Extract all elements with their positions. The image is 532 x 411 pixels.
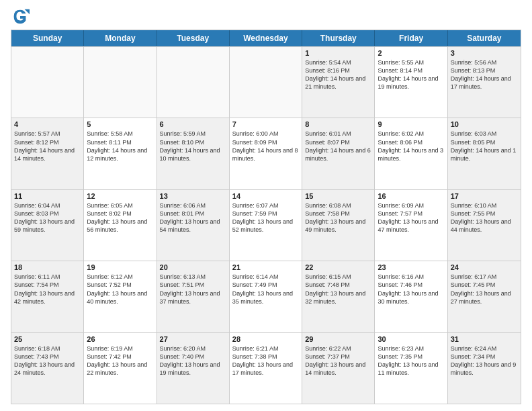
- day-number: 14: [232, 192, 299, 200]
- cell-info: Sunrise: 5:56 AMSunset: 8:13 PMDaylight:…: [451, 58, 518, 91]
- day-number: 10: [451, 120, 518, 128]
- day-header-monday: Monday: [84, 30, 157, 46]
- calendar-week-1: 1Sunrise: 5:54 AMSunset: 8:16 PMDaylight…: [11, 46, 521, 118]
- day-number: 3: [451, 49, 518, 57]
- day-number: 12: [87, 192, 153, 200]
- cell-info: Sunrise: 5:57 AMSunset: 8:12 PMDaylight:…: [14, 130, 81, 163]
- cell-info: Sunrise: 6:04 AMSunset: 8:03 PMDaylight:…: [14, 201, 81, 234]
- calendar-cell: 9Sunrise: 6:02 AMSunset: 8:06 PMDaylight…: [375, 118, 447, 189]
- cell-info: Sunrise: 6:16 AMSunset: 7:46 PMDaylight:…: [378, 273, 444, 306]
- day-number: 27: [160, 335, 226, 343]
- cell-info: Sunrise: 6:21 AMSunset: 7:38 PMDaylight:…: [232, 345, 299, 377]
- day-number: 31: [451, 335, 518, 343]
- calendar-cell: 23Sunrise: 6:16 AMSunset: 7:46 PMDayligh…: [375, 261, 447, 332]
- cell-info: Sunrise: 6:24 AMSunset: 7:34 PMDaylight:…: [451, 345, 518, 377]
- day-number: 5: [87, 120, 153, 128]
- day-header-friday: Friday: [375, 30, 447, 46]
- calendar-header: SundayMondayTuesdayWednesdayThursdayFrid…: [11, 30, 521, 46]
- cell-info: Sunrise: 5:58 AMSunset: 8:11 PMDaylight:…: [87, 130, 153, 163]
- calendar-cell: 1Sunrise: 5:54 AMSunset: 8:16 PMDaylight…: [302, 47, 375, 118]
- day-number: 16: [378, 192, 444, 200]
- calendar-cell: 2Sunrise: 5:55 AMSunset: 8:14 PMDaylight…: [375, 47, 447, 118]
- day-number: 20: [160, 263, 226, 271]
- calendar-cell: 26Sunrise: 6:19 AMSunset: 7:42 PMDayligh…: [84, 333, 157, 404]
- cell-info: Sunrise: 6:14 AMSunset: 7:49 PMDaylight:…: [232, 273, 299, 306]
- day-number: 1: [305, 49, 371, 57]
- day-number: 9: [378, 120, 444, 128]
- cell-info: Sunrise: 6:13 AMSunset: 7:51 PMDaylight:…: [160, 273, 226, 306]
- day-number: 13: [160, 192, 226, 200]
- day-number: 25: [14, 335, 81, 343]
- day-number: 24: [451, 263, 518, 271]
- cell-info: Sunrise: 6:12 AMSunset: 7:52 PMDaylight:…: [87, 273, 153, 306]
- day-number: 18: [14, 263, 81, 271]
- cell-info: Sunrise: 6:01 AMSunset: 8:07 PMDaylight:…: [305, 130, 371, 163]
- calendar-cell: 17Sunrise: 6:10 AMSunset: 7:55 PMDayligh…: [448, 190, 521, 261]
- cell-info: Sunrise: 5:55 AMSunset: 8:14 PMDaylight:…: [378, 58, 444, 91]
- calendar-week-3: 11Sunrise: 6:04 AMSunset: 8:03 PMDayligh…: [11, 189, 521, 261]
- cell-info: Sunrise: 6:02 AMSunset: 8:06 PMDaylight:…: [378, 130, 444, 163]
- day-number: 30: [378, 335, 444, 343]
- calendar-cell: 3Sunrise: 5:56 AMSunset: 8:13 PMDaylight…: [448, 47, 521, 118]
- calendar-cell: [11, 47, 84, 118]
- day-number: 22: [305, 263, 371, 271]
- calendar-cell: 29Sunrise: 6:22 AMSunset: 7:37 PMDayligh…: [302, 333, 375, 404]
- calendar-cell: 15Sunrise: 6:08 AMSunset: 7:58 PMDayligh…: [302, 190, 375, 261]
- cell-info: Sunrise: 6:06 AMSunset: 8:01 PMDaylight:…: [160, 201, 226, 234]
- day-number: 21: [232, 263, 299, 271]
- calendar-cell: 4Sunrise: 5:57 AMSunset: 8:12 PMDaylight…: [11, 118, 84, 189]
- cell-info: Sunrise: 6:00 AMSunset: 8:09 PMDaylight:…: [232, 130, 299, 163]
- day-number: 23: [378, 263, 444, 271]
- calendar-cell: 19Sunrise: 6:12 AMSunset: 7:52 PMDayligh…: [84, 261, 157, 332]
- calendar-cell: 20Sunrise: 6:13 AMSunset: 7:51 PMDayligh…: [157, 261, 230, 332]
- day-number: 6: [160, 120, 226, 128]
- logo: [11, 7, 32, 26]
- calendar-cell: 13Sunrise: 6:06 AMSunset: 8:01 PMDayligh…: [157, 190, 230, 261]
- calendar-week-4: 18Sunrise: 6:11 AMSunset: 7:54 PMDayligh…: [11, 261, 521, 332]
- day-header-tuesday: Tuesday: [157, 30, 230, 46]
- calendar-cell: [84, 47, 157, 118]
- calendar-cell: 10Sunrise: 6:03 AMSunset: 8:05 PMDayligh…: [448, 118, 521, 189]
- cell-info: Sunrise: 6:10 AMSunset: 7:55 PMDaylight:…: [451, 201, 518, 234]
- calendar-cell: 8Sunrise: 6:01 AMSunset: 8:07 PMDaylight…: [302, 118, 375, 189]
- day-header-saturday: Saturday: [448, 30, 521, 46]
- day-number: 17: [451, 192, 518, 200]
- calendar-body: 1Sunrise: 5:54 AMSunset: 8:16 PMDaylight…: [11, 46, 521, 404]
- day-number: 8: [305, 120, 371, 128]
- day-header-wednesday: Wednesday: [230, 30, 302, 46]
- calendar-cell: 22Sunrise: 6:15 AMSunset: 7:48 PMDayligh…: [302, 261, 375, 332]
- calendar-cell: 6Sunrise: 5:59 AMSunset: 8:10 PMDaylight…: [157, 118, 230, 189]
- cell-info: Sunrise: 6:18 AMSunset: 7:43 PMDaylight:…: [14, 345, 81, 377]
- cell-info: Sunrise: 6:19 AMSunset: 7:42 PMDaylight:…: [87, 345, 153, 377]
- cell-info: Sunrise: 6:09 AMSunset: 7:57 PMDaylight:…: [378, 201, 444, 234]
- calendar-cell: 7Sunrise: 6:00 AMSunset: 8:09 PMDaylight…: [230, 118, 302, 189]
- cell-info: Sunrise: 5:54 AMSunset: 8:16 PMDaylight:…: [305, 58, 371, 91]
- day-number: 26: [87, 335, 153, 343]
- day-number: 11: [14, 192, 81, 200]
- logo-icon: [11, 7, 30, 26]
- day-number: 19: [87, 263, 153, 271]
- calendar-cell: 24Sunrise: 6:17 AMSunset: 7:45 PMDayligh…: [448, 261, 521, 332]
- calendar: SundayMondayTuesdayWednesdayThursdayFrid…: [11, 30, 521, 404]
- cell-info: Sunrise: 6:11 AMSunset: 7:54 PMDaylight:…: [14, 273, 81, 306]
- day-number: 2: [378, 49, 444, 57]
- cell-info: Sunrise: 6:08 AMSunset: 7:58 PMDaylight:…: [305, 201, 371, 234]
- day-number: 28: [232, 335, 299, 343]
- cell-info: Sunrise: 5:59 AMSunset: 8:10 PMDaylight:…: [160, 130, 226, 163]
- calendar-cell: 18Sunrise: 6:11 AMSunset: 7:54 PMDayligh…: [11, 261, 84, 332]
- cell-info: Sunrise: 6:17 AMSunset: 7:45 PMDaylight:…: [451, 273, 518, 306]
- cell-info: Sunrise: 6:22 AMSunset: 7:37 PMDaylight:…: [305, 345, 371, 377]
- calendar-cell: 25Sunrise: 6:18 AMSunset: 7:43 PMDayligh…: [11, 333, 84, 404]
- calendar-cell: 12Sunrise: 6:05 AMSunset: 8:02 PMDayligh…: [84, 190, 157, 261]
- calendar-week-5: 25Sunrise: 6:18 AMSunset: 7:43 PMDayligh…: [11, 332, 521, 404]
- day-header-sunday: Sunday: [11, 30, 84, 46]
- day-number: 15: [305, 192, 371, 200]
- cell-info: Sunrise: 6:20 AMSunset: 7:40 PMDaylight:…: [160, 345, 226, 377]
- day-header-thursday: Thursday: [302, 30, 375, 46]
- cell-info: Sunrise: 6:23 AMSunset: 7:35 PMDaylight:…: [378, 345, 444, 377]
- calendar-cell: 14Sunrise: 6:07 AMSunset: 7:59 PMDayligh…: [230, 190, 302, 261]
- calendar-cell: 31Sunrise: 6:24 AMSunset: 7:34 PMDayligh…: [448, 333, 521, 404]
- day-number: 7: [232, 120, 299, 128]
- header: [11, 7, 521, 26]
- calendar-page: SundayMondayTuesdayWednesdayThursdayFrid…: [0, 0, 532, 411]
